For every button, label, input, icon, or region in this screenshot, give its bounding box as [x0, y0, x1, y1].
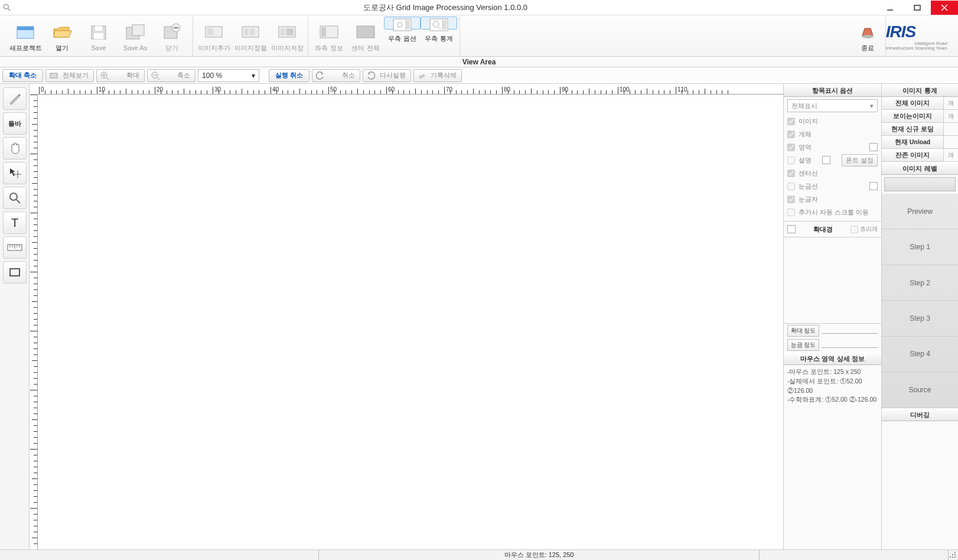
step-2[interactable]: Step 2	[882, 265, 958, 301]
svg-line-41	[157, 77, 159, 80]
toolbar-label-button[interactable]: 툴바	[3, 112, 27, 135]
display-options-panel: 항목표시 옵션 전체표시▾ 이미지 개체 영역 설명폰트 설정 센터선 눈금선 …	[783, 84, 881, 549]
hand-tool[interactable]	[3, 137, 27, 159]
view-mode-select[interactable]: 전체표시▾	[787, 99, 878, 112]
save-button[interactable]: Save	[80, 17, 117, 56]
window-title: 도로공사 Grid Image Processing Version 1.0.0…	[14, 2, 876, 13]
svg-rect-25	[321, 27, 326, 37]
save-as-button[interactable]: Save As	[117, 17, 154, 56]
close-doc-icon	[160, 22, 184, 42]
horizontal-ruler: 0102030405060708090100110	[38, 84, 783, 95]
status-cell-1	[0, 550, 319, 560]
zoom-level-slider[interactable]	[822, 328, 878, 334]
stat-visible-unit: 개	[944, 110, 958, 122]
image-sort-icon	[239, 22, 262, 42]
move-tool[interactable]	[3, 162, 27, 184]
grid-level-slider[interactable]	[822, 342, 878, 348]
close-button[interactable]	[931, 1, 958, 15]
image-checkbox[interactable]: 이미지	[787, 115, 878, 128]
desc-color-swatch[interactable]	[822, 156, 830, 164]
object-checkbox[interactable]: 개체	[787, 128, 878, 141]
step-1[interactable]: Step 1	[882, 229, 958, 265]
magnify-tool[interactable]	[3, 187, 27, 209]
zoom-out-label: 축소	[177, 71, 190, 80]
gridline-checkbox[interactable]: 눈금선	[787, 180, 818, 193]
area-checkbox[interactable]: 영역	[787, 141, 812, 154]
open-button[interactable]: 열기	[44, 17, 80, 56]
new-project-button[interactable]: 새프로젝트	[7, 17, 44, 56]
eraser-icon	[416, 70, 427, 81]
stat-unload-label: 현재 Unload	[882, 136, 944, 148]
step-4[interactable]: Step 4	[882, 337, 958, 372]
step-source[interactable]: Source	[882, 372, 958, 408]
canvas-area[interactable]: 0102030405060708090100110	[30, 84, 783, 549]
area-color-swatch[interactable]	[869, 143, 878, 151]
stat-total-label: 전체 이미지	[882, 97, 944, 109]
svg-line-47	[17, 200, 20, 203]
pen-tool[interactable]	[3, 87, 27, 110]
svg-rect-43	[419, 74, 425, 79]
image-level-header: 이미지 레벨	[882, 162, 958, 175]
svg-point-46	[10, 193, 17, 200]
font-setting-button[interactable]: 폰트 설정	[842, 154, 878, 167]
exit-label: 종료	[861, 44, 874, 53]
svg-rect-7	[17, 27, 34, 30]
svg-rect-12	[132, 25, 144, 35]
redo-button[interactable]: 다시실행	[363, 69, 411, 82]
step-3[interactable]: Step 3	[882, 301, 958, 336]
ruler-checkbox[interactable]: 눈금자	[787, 193, 878, 206]
image-sort-button[interactable]: 이미지정렬	[232, 17, 269, 56]
delete-record-button[interactable]: 기록삭제	[413, 69, 462, 82]
center-all-button[interactable]: 센터 전체	[347, 17, 384, 56]
zoom-level-label: 확대 정도	[787, 325, 819, 337]
left-info-button[interactable]: 좌측 정보	[311, 17, 347, 56]
minimize-button[interactable]	[876, 1, 904, 15]
image-add-label: 이미지추가	[198, 44, 230, 53]
zoom-out-icon	[150, 70, 161, 81]
svg-rect-17	[207, 28, 213, 35]
zoom-out-button[interactable]: 축소	[147, 69, 195, 82]
undo-icon	[315, 70, 325, 81]
view-all-icon	[48, 70, 59, 81]
status-mouse-point: 마우스 포인트: 125, 250	[319, 550, 760, 560]
logo-block: IRIS Intelligent RoadInfrastructure Scan…	[886, 17, 953, 56]
close-doc-button[interactable]: 닫기	[154, 17, 190, 56]
image-sort-label: 이미지정렬	[234, 44, 267, 53]
cancel-button[interactable]: 취소	[312, 69, 360, 82]
image-add-button[interactable]: 이미지추가	[195, 17, 232, 56]
magnifier-color-swatch[interactable]	[787, 225, 796, 233]
stat-remain-label: 잔존 이미지	[882, 149, 944, 161]
centerline-checkbox[interactable]: 센터선	[787, 167, 878, 180]
left-toolbar: 툴바 T	[0, 84, 30, 549]
rectangle-tool[interactable]	[3, 261, 27, 284]
iris-logo: IRIS	[886, 22, 947, 41]
svg-point-34	[862, 35, 874, 38]
magnifier-label: 확대경	[798, 225, 848, 234]
blur-checkbox[interactable]: 흐리게	[851, 223, 878, 236]
right-option-button[interactable]: 우측 옵션	[384, 17, 421, 30]
exit-button[interactable]: 종료	[849, 17, 886, 56]
exec-cancel-label: 실행 취소	[269, 69, 309, 82]
step-preview[interactable]: Preview	[882, 194, 958, 229]
svg-rect-59	[950, 556, 951, 558]
zoom-level-select[interactable]: 100 %▾	[198, 69, 259, 82]
view-all-button[interactable]: 전체보기	[45, 69, 94, 82]
app-icon	[0, 4, 14, 12]
text-tool[interactable]: T	[3, 211, 27, 234]
svg-rect-60	[952, 556, 953, 558]
zoom-in-label: 확대	[126, 71, 139, 80]
ruler-tool[interactable]	[3, 236, 27, 259]
debug-body	[882, 421, 958, 550]
chevron-down-icon: ▾	[870, 102, 874, 110]
desc-checkbox[interactable]: 설명	[787, 154, 812, 167]
mouse-line-3: -수학좌표계: ①52.00 ②-126.00	[787, 395, 878, 405]
zoom-in-button[interactable]: 확대	[96, 69, 145, 82]
right-stat-button[interactable]: 우측 통계	[421, 17, 457, 30]
maximize-button[interactable]	[904, 1, 931, 15]
ribbon-toolbar: 새프로젝트 열기 Save Save As 닫기 이미지추가 이미지정렬	[0, 15, 958, 57]
resize-grip[interactable]	[949, 550, 958, 560]
image-save-button[interactable]: 이미지저장	[269, 17, 305, 56]
autoscroll-checkbox[interactable]: 추가시 자동 스크롤 이동	[787, 206, 878, 219]
open-label: 열기	[56, 44, 69, 53]
gridline-color-swatch[interactable]	[869, 182, 878, 190]
